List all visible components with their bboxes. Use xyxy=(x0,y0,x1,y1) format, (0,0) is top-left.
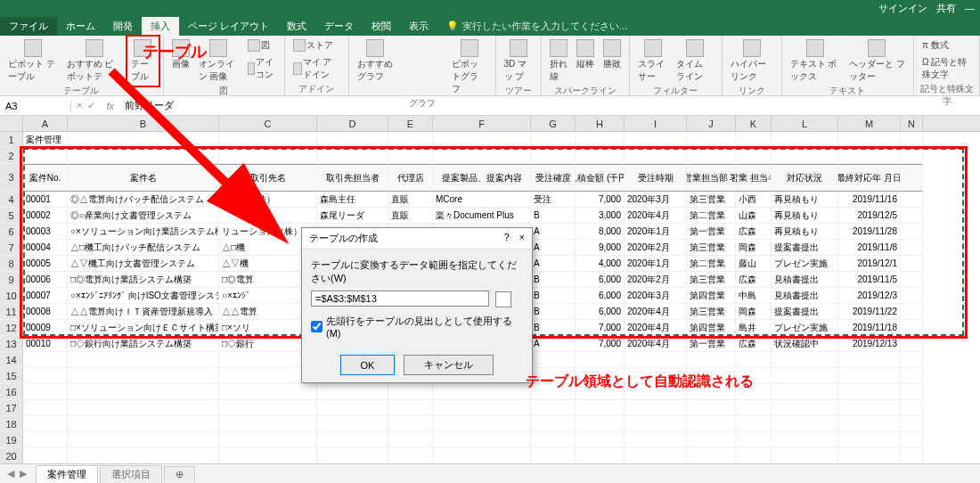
cell[interactable] xyxy=(317,132,388,148)
row-header[interactable]: 15 xyxy=(0,368,23,384)
cell[interactable] xyxy=(901,192,923,208)
cell[interactable] xyxy=(576,352,625,368)
cell[interactable] xyxy=(901,320,923,336)
cell[interactable] xyxy=(687,352,736,368)
cell[interactable]: プレゼン実施 xyxy=(772,320,838,336)
ok-button[interactable]: OK xyxy=(340,355,396,375)
tab-formulas[interactable]: 数式 xyxy=(278,17,315,36)
cell[interactable] xyxy=(219,132,317,148)
cell[interactable] xyxy=(576,148,625,164)
sparkline-line-button[interactable]: 折れ線 xyxy=(547,37,570,85)
cell[interactable]: プレゼン実施 xyxy=(772,256,838,272)
cell[interactable] xyxy=(901,148,923,164)
symbol-button[interactable]: Ω 記号と特殊文字 xyxy=(919,54,974,83)
signin-link[interactable]: サインイン xyxy=(878,2,927,15)
cell[interactable]: 2019/11/5 xyxy=(838,272,901,288)
cell[interactable] xyxy=(687,432,736,448)
sparkline-winloss-button[interactable]: 勝敗 xyxy=(600,37,624,85)
cell[interactable] xyxy=(23,416,68,432)
cell[interactable]: 00005 xyxy=(23,256,68,272)
cell[interactable]: 第四営業 xyxy=(687,288,736,304)
cell[interactable]: 00001 xyxy=(23,192,68,208)
cell[interactable]: 6,000 xyxy=(576,272,625,288)
cell[interactable]: 見積書提出 xyxy=(772,272,838,288)
cell[interactable] xyxy=(901,336,923,352)
sheet-nav-prev-icon[interactable]: ◀ xyxy=(7,468,14,479)
table-header-cell[interactable]: 受注確度 xyxy=(531,164,576,192)
cell[interactable]: 2020年1月 xyxy=(625,224,687,240)
chart-type-icon[interactable] xyxy=(431,37,444,50)
cell[interactable]: □◇銀行向け業語システム構築 xyxy=(68,336,219,352)
cell[interactable]: 2019/12/1 xyxy=(838,256,901,272)
cell[interactable] xyxy=(687,148,736,164)
3d-map-button[interactable]: 3D マッ プ xyxy=(502,37,535,85)
cell[interactable]: B xyxy=(531,288,576,304)
cell[interactable] xyxy=(838,368,901,384)
cell[interactable]: 2020年2月 xyxy=(625,272,687,288)
cell[interactable]: 小西 xyxy=(736,192,772,208)
cell[interactable] xyxy=(838,132,901,148)
cell[interactable]: 状況確認中 xyxy=(772,336,838,352)
cell[interactable]: 島井 xyxy=(736,320,772,336)
row-header[interactable]: 14 xyxy=(0,352,23,368)
column-header[interactable]: F xyxy=(433,116,531,131)
cell[interactable] xyxy=(317,416,388,432)
cell[interactable] xyxy=(433,384,531,400)
cell[interactable] xyxy=(531,400,576,416)
cell[interactable]: 中島 xyxy=(736,288,772,304)
cell[interactable] xyxy=(687,132,736,148)
dialog-help-icon[interactable]: ? xyxy=(503,232,509,242)
cell[interactable]: 7,000 xyxy=(576,320,625,336)
cell[interactable] xyxy=(838,148,901,164)
cell[interactable]: A xyxy=(531,224,576,240)
column-header[interactable]: A xyxy=(23,116,68,131)
column-header[interactable]: E xyxy=(388,116,433,131)
cell[interactable]: 第一営業 xyxy=(687,336,736,352)
cell[interactable] xyxy=(736,432,772,448)
cell[interactable]: 第二営業 xyxy=(687,256,736,272)
column-header[interactable]: C xyxy=(219,116,317,131)
cell[interactable]: 00003 xyxy=(23,224,68,240)
cell[interactable] xyxy=(531,132,576,148)
cell[interactable]: 2019/12/13 xyxy=(838,336,901,352)
cell[interactable]: B xyxy=(531,304,576,320)
cell[interactable]: 2020年3月 xyxy=(625,288,687,304)
cell[interactable] xyxy=(625,448,687,464)
cell[interactable] xyxy=(736,368,772,384)
cell[interactable]: 森尾リーダ xyxy=(317,208,388,224)
cell[interactable] xyxy=(625,132,687,148)
cell[interactable] xyxy=(576,368,625,384)
table-header-cell[interactable]: 案件No. xyxy=(23,164,68,192)
range-input[interactable] xyxy=(311,291,489,307)
cell[interactable] xyxy=(317,384,388,400)
cell[interactable] xyxy=(576,132,625,148)
cell[interactable] xyxy=(388,416,433,432)
cell[interactable] xyxy=(838,432,901,448)
column-header[interactable]: H xyxy=(576,116,625,131)
cell[interactable]: 直販 xyxy=(388,208,433,224)
cell[interactable] xyxy=(687,416,736,432)
cell[interactable]: ◎△電算向けバッチ配信システム xyxy=(68,192,219,208)
cell[interactable]: 2019/11/18 xyxy=(838,320,901,336)
cell[interactable] xyxy=(625,432,687,448)
cell[interactable] xyxy=(68,148,219,164)
cell[interactable] xyxy=(219,148,317,164)
cell[interactable]: 案件管理 xyxy=(23,132,68,148)
name-box[interactable]: A3 xyxy=(0,101,71,111)
cell[interactable] xyxy=(388,384,433,400)
cell[interactable] xyxy=(736,448,772,464)
cell[interactable] xyxy=(23,448,68,464)
cell[interactable] xyxy=(433,448,531,464)
header-row-checkbox[interactable] xyxy=(311,321,323,332)
cell[interactable] xyxy=(388,132,433,148)
cell[interactable] xyxy=(576,448,625,464)
cell[interactable] xyxy=(736,384,772,400)
cell[interactable] xyxy=(901,432,923,448)
cell[interactable]: 岡森 xyxy=(736,304,772,320)
cell[interactable] xyxy=(388,448,433,464)
cell[interactable] xyxy=(901,416,923,432)
column-header[interactable]: J xyxy=(687,116,736,131)
pivot-chart-button[interactable]: ピボットグラフ xyxy=(449,37,489,97)
cell[interactable] xyxy=(772,352,838,368)
minimize-icon[interactable]: — xyxy=(965,3,975,13)
